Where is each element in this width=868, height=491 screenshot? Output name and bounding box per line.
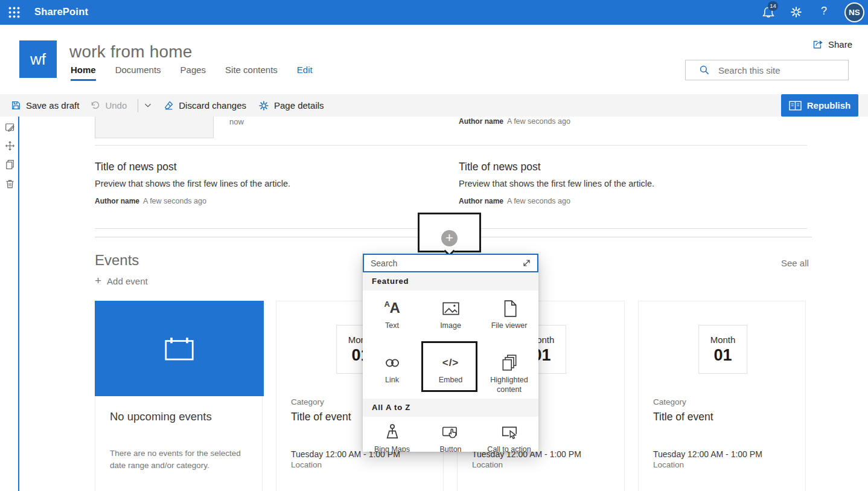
expand-toolbox-icon[interactable]: [522, 258, 531, 268]
duplicate-section-icon[interactable]: [5, 159, 15, 170]
toolbox-item-bing-maps[interactable]: Bing Maps: [363, 417, 421, 452]
event-location: Location: [653, 460, 684, 469]
event-card[interactable]: Month 01 Category Title of event Tuesday…: [638, 301, 806, 491]
empty-events-message: There are no events for the selected dat…: [110, 448, 256, 471]
page-details-button[interactable]: Page details: [258, 100, 324, 111]
embed-icon: </>: [441, 353, 461, 373]
event-title: Title of event: [291, 411, 351, 423]
link-icon: [383, 353, 402, 373]
news-partial-timestamp: now: [229, 117, 244, 126]
news-post-title[interactable]: Title of news post: [459, 161, 541, 173]
toolbox-search-box: [363, 254, 538, 272]
nav-edit-link[interactable]: Edit: [297, 65, 313, 81]
webpart-toolbox-popup: Featured AA Text Image File viewer: [363, 254, 538, 452]
nav-tab-pages[interactable]: Pages: [180, 65, 206, 81]
site-search-input[interactable]: [710, 65, 848, 75]
delete-section-icon[interactable]: [5, 179, 15, 189]
avatar[interactable]: NS: [844, 2, 864, 22]
news-post-preview: Preview that shows the first few lines o…: [459, 179, 654, 188]
republish-book-icon: [789, 101, 802, 111]
events-heading: Events: [95, 252, 139, 269]
suite-bar: SharePoint 14 ? NS: [0, 0, 868, 25]
see-all-link[interactable]: See all: [781, 258, 809, 268]
nav-tab-documents[interactable]: Documents: [115, 65, 161, 81]
search-icon: [699, 65, 710, 75]
plus-icon: +: [95, 275, 101, 286]
save-as-draft-button[interactable]: Save as draft: [11, 100, 79, 111]
discard-icon: [164, 100, 174, 111]
move-section-icon[interactable]: [5, 141, 15, 151]
site-nav: Home Documents Pages Site contents Edit: [71, 65, 313, 81]
toolbox-item-file-viewer[interactable]: File viewer: [480, 291, 538, 338]
toolbox-item-image[interactable]: Image: [421, 291, 480, 338]
site-search-box: [685, 60, 849, 80]
app-launcher-icon[interactable]: [8, 6, 21, 19]
news-post-byline: Author name A few seconds ago: [95, 197, 206, 205]
undo-icon: [90, 100, 100, 111]
undo-dropdown-chevron[interactable]: [144, 103, 152, 108]
divider: [138, 99, 138, 112]
notification-count-badge: 14: [768, 1, 778, 11]
call-to-action-icon: [500, 423, 519, 442]
news-post-title[interactable]: Title of news post: [95, 161, 177, 173]
news-partial-byline: Author name A few seconds ago: [459, 117, 570, 126]
toolbox-item-call-to-action[interactable]: Call to action: [480, 417, 538, 452]
text-icon: AA: [383, 299, 402, 318]
bing-maps-icon: [383, 423, 402, 442]
share-icon: [812, 39, 824, 50]
empty-events-title: No upcoming events: [110, 410, 212, 423]
command-bar: Save as draft Undo Discard changes Page …: [0, 94, 868, 117]
toolbox-section-az: All A to Z: [363, 399, 538, 417]
news-image-placeholder: [95, 117, 214, 138]
event-category: Category: [653, 397, 686, 406]
comment-note-icon[interactable]: [5, 122, 15, 132]
event-location: Location: [472, 460, 503, 469]
nav-tab-home[interactable]: Home: [71, 65, 96, 81]
toolbox-search-input[interactable]: [364, 258, 522, 268]
highlighted-content-icon: [500, 353, 519, 373]
toolbox-item-text[interactable]: AA Text: [363, 291, 421, 338]
toolbox-item-embed[interactable]: </> Embed: [421, 338, 480, 399]
button-icon: [441, 423, 461, 442]
toolbox-row: Link </> Embed Highlighted content: [363, 338, 538, 399]
share-label: Share: [828, 39, 852, 50]
event-category: Category: [291, 397, 324, 406]
toolbox-item-link[interactable]: Link: [363, 338, 421, 399]
help-icon[interactable]: ?: [821, 5, 827, 18]
event-date-box: Month 01: [698, 325, 747, 374]
news-post-byline: Author name A few seconds ago: [459, 197, 570, 205]
image-icon: [441, 299, 461, 318]
event-card-blue-header: [95, 301, 264, 396]
chevron-down-icon: [144, 103, 152, 108]
news-post-preview: Preview that shows the first few lines o…: [95, 179, 290, 188]
event-card-empty[interactable]: No upcoming events There are no events f…: [95, 301, 263, 491]
file-viewer-icon: [500, 299, 519, 318]
nav-tab-site-contents[interactable]: Site contents: [225, 65, 278, 81]
sharepoint-edit-page: SharePoint 14 ? NS wf work from home Hom…: [0, 0, 868, 491]
republish-button[interactable]: Republish: [781, 94, 858, 117]
discard-changes-button[interactable]: Discard changes: [164, 100, 246, 111]
section-selection-border: [18, 117, 19, 491]
calendar-icon: [164, 336, 194, 362]
site-logo[interactable]: wf: [19, 40, 57, 78]
event-location: Location: [291, 460, 322, 469]
add-event-button[interactable]: + Add event: [95, 275, 148, 286]
site-title[interactable]: work from home: [69, 42, 193, 62]
toolbox-row: AA Text Image File viewer: [363, 291, 538, 338]
toolbox-item-highlighted-content[interactable]: Highlighted content: [480, 338, 538, 399]
share-button[interactable]: Share: [812, 39, 852, 50]
event-title: Title of event: [653, 411, 713, 423]
suite-app-name[interactable]: SharePoint: [34, 6, 88, 18]
settings-gear-icon[interactable]: [790, 6, 802, 18]
news-divider: [95, 145, 807, 146]
toolbox-row: Bing Maps Button Call to action: [363, 417, 538, 452]
toolbox-item-button[interactable]: Button: [421, 417, 480, 452]
save-icon: [11, 100, 21, 111]
page-details-gear-icon: [258, 100, 269, 111]
add-webpart-plus-button[interactable]: +: [441, 230, 458, 246]
undo-button[interactable]: Undo: [90, 100, 127, 111]
event-time: Tuesday 12:00 AM - 1:00 PM: [653, 449, 762, 459]
toolbox-section-featured: Featured: [363, 272, 538, 290]
